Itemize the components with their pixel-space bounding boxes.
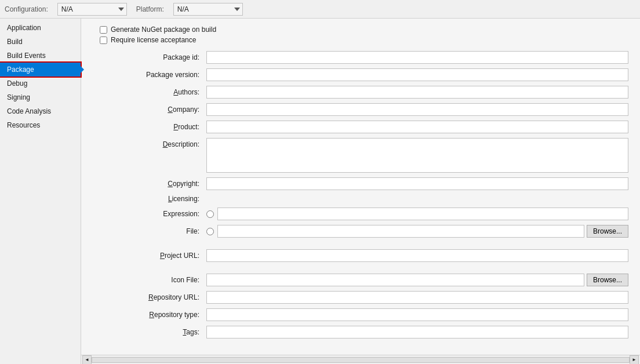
file-row: File: Browse... — [90, 225, 628, 238]
separator-2 — [90, 267, 628, 274]
file-input-group: Browse... — [217, 225, 628, 238]
package-id-label-text: Package id: — [163, 53, 199, 61]
expression-radio-row — [206, 208, 628, 220]
config-select[interactable]: N/A — [57, 3, 127, 16]
file-browse-button[interactable]: Browse... — [587, 225, 628, 238]
copyright-label: Copyright: — [90, 180, 206, 188]
sidebar-item-resources[interactable]: Resources — [0, 118, 81, 132]
package-version-label-text: Package version: — [146, 71, 199, 79]
require-license-row: Require license acceptance — [90, 36, 628, 44]
company-row: Company: SimpleClassLibrary — [90, 103, 628, 116]
config-label: Configuration: — [5, 5, 48, 13]
require-license-label: Require license acceptance — [111, 36, 196, 44]
authors-input[interactable]: SimpleClassLibrary — [206, 86, 628, 99]
repository-type-row: Repository type: — [90, 308, 628, 321]
product-label-text: Product: — [173, 123, 199, 131]
sidebar-item-debug[interactable]: Debug — [0, 77, 81, 90]
icon-file-input-group: Browse... — [206, 274, 628, 286]
file-input[interactable] — [217, 225, 584, 238]
expression-radio[interactable] — [206, 210, 214, 218]
expression-label: Expression: — [90, 210, 206, 218]
repository-url-input[interactable] — [206, 291, 628, 304]
expression-row: Expression: — [90, 208, 628, 220]
description-label-text: Description: — [163, 140, 199, 148]
generate-nuget-checkbox[interactable] — [100, 26, 107, 34]
sidebar: Application Build Build Events Package D… — [0, 19, 81, 364]
tags-label: Tags: — [90, 328, 206, 336]
tags-row: Tags: — [90, 326, 628, 338]
copyright-row: Copyright: — [90, 177, 628, 190]
package-id-input[interactable]: SimpleClassLibrary — [206, 51, 628, 64]
company-label: Company: — [90, 105, 206, 114]
sidebar-item-signing[interactable]: Signing — [0, 90, 81, 104]
sidebar-item-application[interactable]: Application — [0, 21, 81, 35]
platform-select[interactable]: N/A — [173, 3, 243, 16]
file-radio-row: Browse... — [206, 225, 628, 238]
description-label: Description: — [90, 138, 206, 148]
package-version-input[interactable]: 1.0.0 — [206, 68, 628, 81]
licensing-label-text: Licensing: — [168, 195, 199, 203]
package-version-label: Package version: — [90, 71, 206, 79]
copyright-label-text: Copyright: — [168, 180, 199, 188]
repository-type-label-text: Repository type: — [149, 311, 199, 319]
authors-label-text: Authors: — [173, 88, 199, 96]
platform-label: Platform: — [136, 5, 164, 13]
icon-file-browse-button[interactable]: Browse... — [587, 274, 628, 286]
content-inner: Generate NuGet package on build Require … — [90, 26, 640, 338]
content-area: Generate NuGet package on build Require … — [81, 19, 640, 364]
licensing-header-row: Licensing: — [90, 195, 628, 203]
bottom-scrollbar: ◄ ► — [81, 355, 640, 364]
repository-url-row: Repository URL: — [90, 291, 628, 304]
repository-url-label-text: Repository URL: — [148, 293, 199, 301]
description-row: Description: — [90, 138, 628, 173]
scroll-left-arrow[interactable]: ◄ — [82, 355, 92, 365]
sidebar-item-code-analysis[interactable]: Code Analysis — [0, 104, 81, 118]
sidebar-item-package[interactable]: Package — [0, 63, 81, 77]
package-id-label: Package id: — [90, 53, 206, 61]
project-url-label: Project URL: — [90, 252, 206, 260]
icon-file-label: Icon File: — [90, 276, 206, 284]
file-radio[interactable] — [206, 228, 214, 235]
package-id-row: Package id: SimpleClassLibrary — [90, 51, 628, 64]
generate-nuget-label: Generate NuGet package on build — [111, 26, 216, 34]
copyright-input[interactable] — [206, 177, 628, 190]
generate-nuget-row: Generate NuGet package on build — [90, 26, 628, 34]
description-input[interactable] — [206, 138, 628, 173]
licensing-label: Licensing: — [90, 195, 206, 203]
require-license-checkbox[interactable] — [100, 37, 107, 44]
product-row: Product: SimpleClassLibrary — [90, 121, 628, 133]
sidebar-item-build[interactable]: Build — [0, 35, 81, 49]
icon-file-label-text: Icon File: — [171, 276, 199, 284]
authors-row: Authors: SimpleClassLibrary — [90, 86, 628, 99]
require-license-checkbox-label[interactable]: Require license acceptance — [95, 36, 196, 44]
project-url-row: Project URL: — [90, 249, 628, 262]
project-url-label-text: Project URL: — [160, 252, 199, 260]
top-bar: Configuration: N/A Platform: N/A — [0, 0, 640, 19]
separator-1 — [90, 242, 628, 249]
file-label: File: — [90, 227, 206, 235]
generate-nuget-checkbox-label[interactable]: Generate NuGet package on build — [95, 26, 216, 34]
product-input[interactable]: SimpleClassLibrary — [206, 121, 628, 133]
company-input[interactable]: SimpleClassLibrary — [206, 103, 628, 116]
tags-label-text: Tags: — [183, 328, 199, 336]
authors-label: Authors: — [90, 88, 206, 96]
repository-url-label: Repository URL: — [90, 293, 206, 301]
content-scroll[interactable]: Generate NuGet package on build Require … — [81, 19, 640, 355]
product-label: Product: — [90, 123, 206, 131]
expression-input[interactable] — [217, 208, 628, 220]
company-label-text: Company: — [168, 105, 199, 114]
tags-input[interactable] — [206, 326, 628, 338]
repository-type-input[interactable] — [206, 308, 628, 321]
file-label-text: File: — [186, 227, 199, 235]
h-scroll-track[interactable] — [92, 357, 630, 363]
main-layout: Application Build Build Events Package D… — [0, 19, 640, 364]
icon-file-row: Icon File: Browse... — [90, 274, 628, 286]
icon-file-input[interactable] — [206, 274, 584, 286]
scroll-right-arrow[interactable]: ► — [630, 355, 639, 365]
expression-label-text: Expression: — [163, 210, 199, 218]
repository-type-label: Repository type: — [90, 311, 206, 319]
project-url-input[interactable] — [206, 249, 628, 262]
package-version-row: Package version: 1.0.0 — [90, 68, 628, 81]
sidebar-item-build-events[interactable]: Build Events — [0, 49, 81, 63]
